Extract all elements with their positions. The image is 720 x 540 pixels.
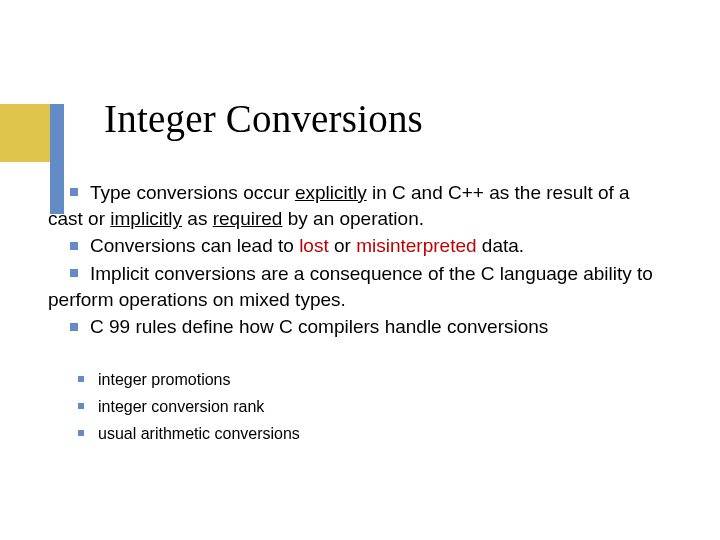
- text: by an operation.: [282, 208, 424, 229]
- text-underline: explicitly: [295, 182, 367, 203]
- sub-bullets: integer promotions integer conversion ra…: [78, 368, 300, 448]
- text-emphasis: lost: [299, 235, 329, 256]
- bullet-1: Type conversions occur explicitly in C a…: [48, 180, 668, 232]
- bullet-icon: [78, 376, 84, 382]
- text: or: [329, 235, 356, 256]
- text: Implicit conversions are a consequence o…: [48, 263, 653, 310]
- slide: Integer Conversions Type conversions occ…: [0, 0, 720, 540]
- bullet-3: Implicit conversions are a consequence o…: [48, 261, 668, 313]
- text: data.: [477, 235, 525, 256]
- text: integer promotions: [98, 368, 231, 393]
- bullet-icon: [70, 323, 78, 331]
- text-underline: implicitly: [110, 208, 182, 229]
- text-emphasis: misinterpreted: [356, 235, 476, 256]
- sub-bullet-3: usual arithmetic conversions: [78, 422, 300, 447]
- text-underline: required: [213, 208, 283, 229]
- bullet-4: C 99 rules define how C compilers handle…: [48, 314, 668, 340]
- text: Conversions can lead to: [90, 235, 299, 256]
- accent-gold-block: [0, 104, 50, 162]
- bullet-2: Conversions can lead to lost or misinter…: [48, 233, 668, 259]
- bullet-icon: [78, 430, 84, 436]
- bullet-icon: [70, 188, 78, 196]
- slide-title: Integer Conversions: [104, 96, 423, 141]
- text: Type conversions occur: [90, 182, 295, 203]
- text: as: [182, 208, 213, 229]
- bullet-icon: [70, 269, 78, 277]
- bullet-icon: [70, 242, 78, 250]
- text: C 99 rules define how C compilers handle…: [90, 316, 548, 337]
- text: usual arithmetic conversions: [98, 422, 300, 447]
- sub-bullet-2: integer conversion rank: [78, 395, 300, 420]
- sub-bullet-1: integer promotions: [78, 368, 300, 393]
- accent-blue-bar: [50, 104, 64, 214]
- body-text: Type conversions occur explicitly in C a…: [48, 180, 668, 341]
- bullet-icon: [78, 403, 84, 409]
- text: integer conversion rank: [98, 395, 264, 420]
